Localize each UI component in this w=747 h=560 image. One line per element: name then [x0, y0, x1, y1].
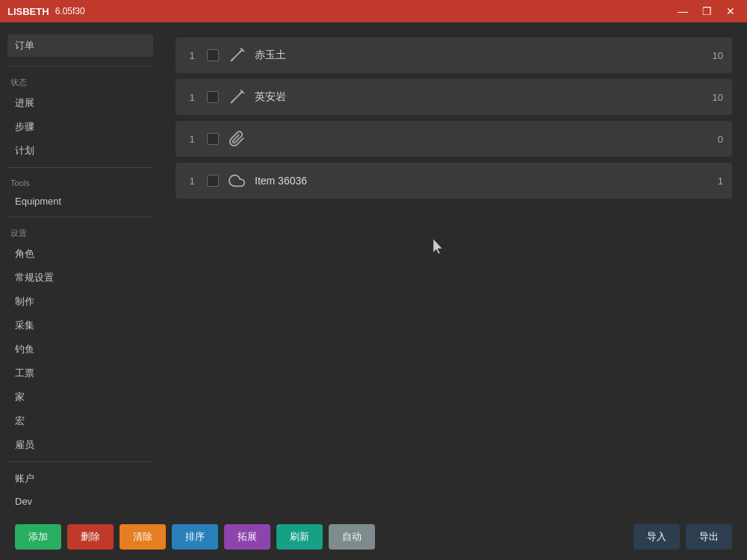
- close-button[interactable]: ✕: [722, 2, 740, 20]
- sidebar-section-settings: 设置: [0, 222, 161, 242]
- sidebar: 订单 状态 进展 步骤 计划 Tools Equipment 设置 角色 常规设…: [0, 22, 161, 514]
- table-row: 1 英安岩 10: [176, 79, 732, 115]
- sidebar-item-progress[interactable]: 进展: [4, 92, 156, 114]
- item-count-3: 1: [701, 175, 723, 187]
- titlebar-controls: — ❐ ✕: [674, 2, 740, 20]
- sidebar-divider-2: [7, 167, 153, 168]
- sidebar-item-employee[interactable]: 雇员: [4, 434, 156, 456]
- pickaxe-icon-1: [226, 87, 247, 108]
- sidebar-item-macro[interactable]: 宏: [4, 410, 156, 432]
- pickaxe-icon-0: [226, 45, 247, 66]
- bottom-toolbar: 添加 删除 清除 排序 拓展 刷新 自动 导入 导出: [0, 514, 747, 560]
- sidebar-item-home[interactable]: 家: [4, 386, 156, 408]
- sidebar-item-equipment[interactable]: Equipment: [4, 191, 156, 211]
- item-qty-1: 1: [185, 92, 199, 103]
- table-row: 1 Item 36036 1: [176, 163, 732, 199]
- sidebar-item-dev[interactable]: Dev: [4, 491, 156, 511]
- table-row: 1 赤玉土 10: [176, 37, 732, 73]
- paperclip-icon: [226, 128, 247, 149]
- auto-button[interactable]: 自动: [329, 524, 375, 550]
- sidebar-item-account[interactable]: 账户: [4, 467, 156, 490]
- item-name-0: 赤玉土: [255, 49, 693, 62]
- sidebar-item-craft[interactable]: 制作: [4, 290, 156, 313]
- table-row: 1 0: [176, 121, 732, 157]
- restore-button[interactable]: ❐: [698, 2, 716, 20]
- sidebar-item-steps[interactable]: 步骤: [4, 116, 156, 138]
- sidebar-item-general[interactable]: 常规设置: [4, 267, 156, 289]
- content-area: 1 赤玉土 10 1: [161, 22, 747, 514]
- clear-button[interactable]: 清除: [120, 524, 166, 550]
- sidebar-divider-1: [7, 66, 153, 66]
- cloud-icon: [226, 170, 247, 191]
- delete-button[interactable]: 删除: [67, 524, 114, 550]
- sidebar-item-fishing[interactable]: 钓鱼: [4, 338, 156, 361]
- sidebar-item-plan[interactable]: 计划: [4, 140, 156, 162]
- refresh-button[interactable]: 刷新: [276, 524, 323, 550]
- sidebar-order-button[interactable]: 订单: [7, 34, 153, 57]
- item-count-1: 10: [701, 92, 723, 103]
- export-button[interactable]: 导出: [686, 524, 732, 550]
- item-count-2: 0: [701, 134, 723, 145]
- item-qty-0: 1: [185, 50, 199, 61]
- add-button[interactable]: 添加: [15, 524, 61, 550]
- sidebar-item-ticket[interactable]: 工票: [4, 362, 156, 385]
- item-qty-2: 1: [185, 134, 199, 145]
- item-checkbox-2[interactable]: [207, 133, 219, 145]
- sidebar-item-gather[interactable]: 采集: [4, 314, 156, 337]
- item-checkbox-0[interactable]: [207, 49, 219, 61]
- titlebar: LISBETH 6.05f30 — ❐ ✕: [0, 0, 747, 22]
- sidebar-divider-3: [7, 217, 153, 217]
- item-checkbox-1[interactable]: [207, 91, 219, 103]
- sidebar-item-role[interactable]: 角色: [4, 243, 156, 265]
- sidebar-section-tools: Tools: [0, 172, 161, 190]
- import-button[interactable]: 导入: [633, 524, 680, 550]
- item-name-3: Item 36036: [255, 175, 693, 187]
- item-count-0: 10: [701, 50, 723, 61]
- titlebar-left: LISBETH 6.05f30: [7, 6, 85, 17]
- item-qty-3: 1: [185, 175, 199, 187]
- item-name-1: 英安岩: [255, 90, 693, 104]
- sort-button[interactable]: 排序: [172, 524, 218, 550]
- main-layout: 订单 状态 进展 步骤 计划 Tools Equipment 设置 角色 常规设…: [0, 22, 747, 514]
- sidebar-section-status: 状态: [0, 71, 161, 91]
- items-list: 1 赤玉土 10 1: [176, 37, 732, 499]
- app-name: LISBETH: [7, 6, 49, 17]
- minimize-button[interactable]: —: [674, 2, 692, 20]
- expand-button[interactable]: 拓展: [224, 524, 270, 550]
- sidebar-divider-4: [7, 461, 153, 462]
- item-checkbox-3[interactable]: [207, 175, 219, 187]
- app-version: 6.05f30: [55, 6, 85, 16]
